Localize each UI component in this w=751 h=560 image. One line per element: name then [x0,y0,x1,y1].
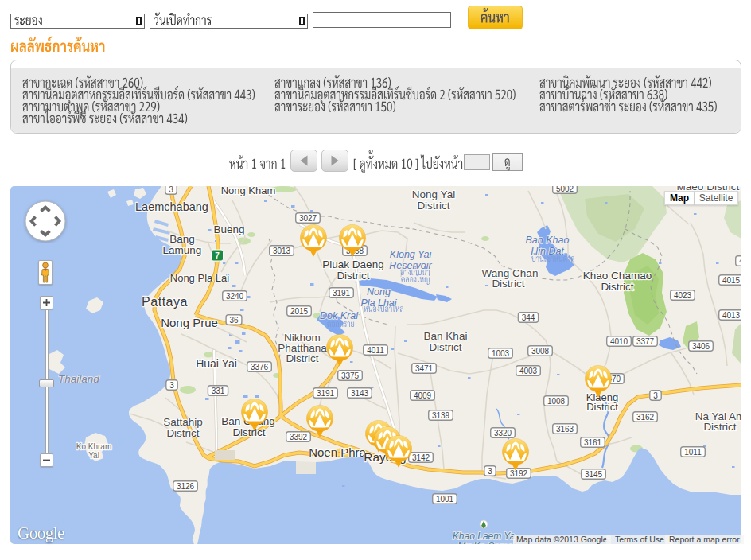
svg-text:District: District [417,200,449,212]
svg-text:5002: 5002 [556,186,574,193]
svg-text:331: 331 [212,387,225,395]
svg-text:Dok Krai: Dok Krai [320,310,359,321]
svg-text:3162: 3162 [636,413,655,422]
svg-text:Klong Yai: Klong Yai [390,249,433,260]
svg-text:Reservoir: Reservoir [389,260,432,271]
svg-text:3191: 3191 [333,289,351,298]
svg-text:District: District [703,421,736,433]
svg-text:3145: 3145 [585,470,603,479]
svg-text:- Mu Ko Samet: - Mu Ko Samet [452,541,516,544]
svg-text:3376: 3376 [251,363,269,371]
svg-text:Ko Khram: Ko Khram [76,442,111,451]
svg-text:Ban Khai: Ban Khai [424,330,468,342]
svg-text:3377: 3377 [636,337,655,346]
svg-text:Bueng: Bueng [213,224,244,235]
svg-text:4010: 4010 [610,337,628,346]
svg-text:1001: 1001 [436,495,454,504]
svg-text:4017: 4017 [739,257,741,266]
svg-text:3161: 3161 [584,438,602,447]
svg-text:District: District [492,278,524,290]
svg-text:District: District [166,427,199,439]
svg-text:3392: 3392 [290,433,308,441]
svg-text:3320: 3320 [494,429,512,438]
svg-text:Nong: Nong [367,286,391,298]
svg-text:2015: 2015 [290,307,309,316]
svg-text:Bang: Bang [169,233,195,245]
svg-text:District: District [586,401,618,413]
svg-text:3013: 3013 [273,247,291,255]
svg-text:Lamung: Lamung [163,244,202,256]
svg-text:Pattaya: Pattaya [142,295,188,309]
svg-text:4009: 4009 [414,391,432,400]
svg-text:3143: 3143 [351,389,369,398]
svg-text:36: 36 [229,316,239,325]
svg-text:Yai: Yai [88,451,99,460]
svg-text:Khao Laem Ya: Khao Laem Ya [453,531,516,542]
svg-text:3142: 3142 [412,453,430,462]
svg-text:3008: 3008 [531,347,550,356]
svg-text:Pluak Daeng: Pluak Daeng [322,259,383,270]
svg-text:District: District [232,426,265,438]
svg-text:4003: 4003 [519,367,538,375]
svg-text:4011: 4011 [367,346,384,355]
svg-text:1003: 1003 [492,349,510,358]
svg-text:3: 3 [169,186,173,194]
svg-text:Thailand: Thailand [58,373,99,385]
svg-text:Laemchabang: Laemchabang [135,200,208,213]
svg-text:Nong Prue: Nong Prue [161,316,218,329]
svg-text:4013: 4013 [722,311,741,320]
svg-text:3126: 3126 [177,482,195,491]
svg-text:3: 3 [488,467,492,476]
svg-text:District: District [429,341,461,353]
svg-text:1008: 1008 [547,397,566,406]
svg-text:3: 3 [169,381,174,390]
svg-text:Huai Yai: Huai Yai [196,357,237,370]
svg-text:7: 7 [215,251,220,260]
svg-text:3191: 3191 [317,389,335,398]
svg-text:Sattahip: Sattahip [163,416,203,428]
svg-text:3375: 3375 [341,371,360,380]
svg-text:Noen Phra: Noen Phra [309,445,366,459]
svg-text:3: 3 [653,391,658,400]
svg-text:3139: 3139 [432,411,450,420]
svg-text:3240: 3240 [226,292,244,301]
svg-text:3163: 3163 [556,425,574,434]
svg-text:Nong Yai: Nong Yai [412,189,455,200]
svg-text:3192: 3192 [510,469,528,478]
svg-text:Nong Pla Lai: Nong Pla Lai [170,272,230,284]
svg-text:Hin Dat: Hin Dat [531,246,564,257]
svg-text:3406: 3406 [692,342,710,351]
svg-text:3027: 3027 [299,214,317,223]
svg-text:3471: 3471 [415,364,434,373]
svg-text:Nong Kham: Nong Kham [221,186,276,196]
svg-text:Pla Lhai: Pla Lhai [360,298,397,309]
svg-text:District: District [337,270,369,282]
svg-text:4015: 4015 [722,276,741,285]
svg-text:344: 344 [522,313,535,322]
svg-text:4023: 4023 [674,291,692,300]
svg-text:District: District [601,281,633,293]
svg-text:Khao Chamao: Khao Chamao [583,270,652,282]
svg-text:Ban Khao: Ban Khao [526,235,570,246]
svg-text:District: District [286,352,318,364]
svg-text:1011: 1011 [684,448,702,457]
